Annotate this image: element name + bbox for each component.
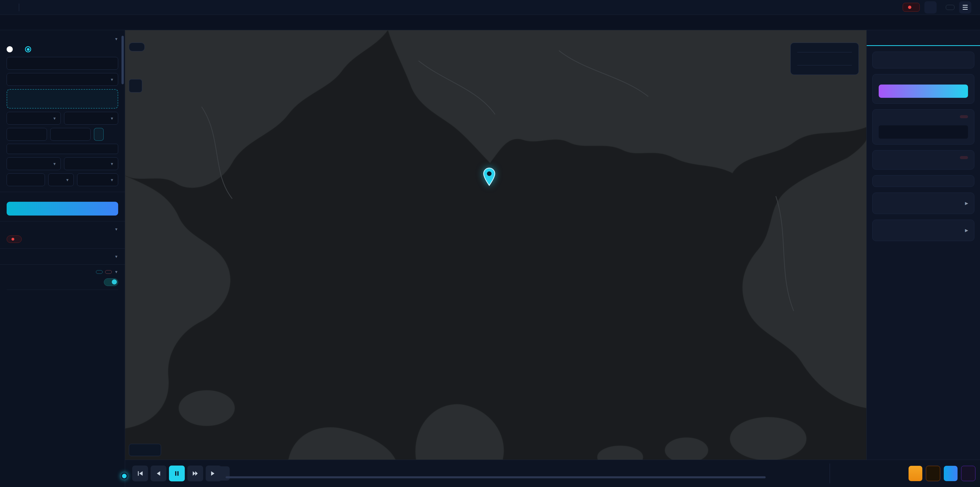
timeline-track[interactable] [125, 460, 980, 487]
status-dot-icon [908, 6, 912, 9]
divider [0, 264, 125, 265]
run-prediction-button[interactable] [6, 202, 118, 216]
timeline-track-base[interactable] [226, 476, 765, 478]
legend-incident-row [797, 56, 852, 61]
input-mode-radios [6, 46, 118, 52]
radio-circle-icon [25, 46, 31, 52]
hamburger-icon [963, 5, 968, 6]
legend-dot-icon [797, 56, 802, 61]
map-legend [791, 43, 859, 75]
analysis-summary-tab[interactable] [867, 30, 980, 46]
weather-widget [129, 43, 145, 51]
spill-type-select[interactable]: ▼ [6, 157, 61, 170]
master-layer-row [6, 278, 118, 286]
timeline-bar [125, 460, 980, 487]
chevron-down-icon: ▼ [115, 227, 118, 232]
master-layer-toggle[interactable] [104, 278, 118, 286]
latitude-input[interactable] [6, 128, 47, 141]
chevron-down-icon: ▼ [115, 254, 118, 259]
left-sidebar: ▼ ▼ ▼ ▼ [0, 30, 125, 487]
predict-section-header[interactable]: ▼ [6, 37, 118, 41]
report-button[interactable] [944, 466, 958, 481]
layers-section-header: ▼ [6, 270, 118, 274]
save-button[interactable] [908, 466, 922, 481]
pollution-analysis-card [872, 74, 974, 104]
weathering-card [872, 175, 974, 187]
unit-select[interactable]: ▼ [48, 173, 74, 186]
notifications-button[interactable] [924, 1, 937, 14]
radio-image-upload[interactable] [25, 46, 34, 52]
map-canvas[interactable] [125, 30, 866, 460]
amount-input[interactable] [6, 173, 45, 186]
map-coordinate-bar [129, 444, 161, 456]
pick-on-map-button[interactable] [94, 128, 103, 141]
chevron-down-icon: ▼ [115, 270, 118, 274]
display-control-card [872, 51, 974, 69]
incident-name-input[interactable] [6, 57, 118, 70]
sensitive-section-header[interactable]: ▼ [6, 254, 118, 259]
incident-select[interactable]: ▼ [6, 73, 118, 86]
map-svg [125, 30, 866, 460]
incident-status-badge[interactable] [903, 3, 920, 12]
pollution-status-card [872, 109, 974, 145]
chevron-right-icon: ▶ [965, 228, 968, 233]
logout-button[interactable] [946, 5, 955, 10]
layers-all-off-button[interactable] [105, 270, 112, 274]
oil-type-select[interactable]: ▼ [64, 157, 118, 170]
tab-bar [0, 15, 980, 30]
backtrack-button[interactable] [961, 466, 975, 481]
divider [797, 65, 852, 65]
divider [830, 463, 830, 484]
radio-direct-input[interactable] [6, 46, 16, 52]
duration-select[interactable]: ▼ [77, 173, 118, 186]
recalculate-button[interactable] [926, 466, 940, 481]
sidebar-scrollbar[interactable] [121, 36, 124, 84]
danger-badge [960, 115, 968, 118]
chevron-down-icon: ▼ [115, 37, 118, 41]
timeline-actions [908, 466, 975, 481]
coordinate-dms-display [6, 144, 118, 154]
image-upload-dropzone[interactable] [6, 89, 118, 109]
longitude-input[interactable] [50, 128, 91, 141]
incident-pin[interactable] [482, 168, 496, 187]
timeline-playhead[interactable] [121, 473, 127, 479]
recenter-incident-button[interactable] [129, 79, 142, 93]
owner-insurance-card[interactable]: ▶ [872, 220, 974, 241]
menu-button[interactable] [959, 1, 971, 14]
app-root: ▼ ▼ ▼ ▼ [0, 0, 980, 487]
radio-circle-icon [6, 46, 13, 52]
vessel-spec-card[interactable]: ▶ [872, 193, 974, 214]
incident-section-header[interactable]: ▼ [6, 227, 118, 232]
polygon-analysis-button[interactable] [879, 85, 968, 98]
chevron-down-icon: ▼ [110, 77, 114, 82]
top-nav [0, 0, 980, 15]
pollution-area-metric [879, 125, 968, 139]
in-progress-badge [6, 235, 22, 243]
layers-all-on-button[interactable] [96, 270, 103, 274]
danger-badge [960, 156, 968, 159]
right-sidebar: ▶ ▶ [866, 30, 980, 460]
nav-right [903, 1, 971, 14]
expected-time-select[interactable]: ▼ [64, 112, 118, 125]
chevron-right-icon: ▶ [965, 201, 968, 206]
company-select[interactable]: ▼ [6, 112, 61, 125]
forecast-summary-card [872, 150, 974, 169]
